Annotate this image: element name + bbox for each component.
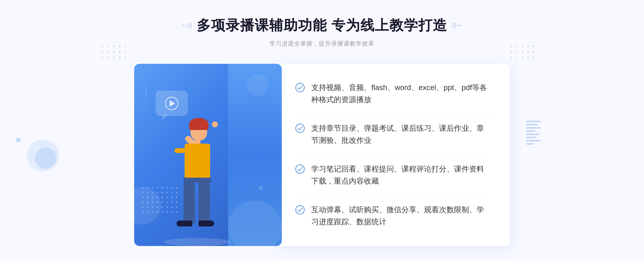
- dots-decoration-right: [511, 46, 537, 60]
- feature-text-3: 学习笔记回看、课程提问、课程评论打分、课件资料下载，重点内容收藏: [311, 163, 491, 187]
- illustration-area: «: [134, 64, 274, 246]
- svg-point-3: [296, 206, 304, 214]
- content-panel: 支持视频、音频、flash、word、excel、ppt、pdf等各种格式的资源…: [274, 64, 510, 246]
- check-icon-2: [295, 124, 305, 133]
- check-icon-3: [295, 164, 305, 174]
- feature-text-2: 支持章节目录、弹题考试、课后练习、课后作业、章节测验、批改作业: [311, 122, 491, 147]
- feature-text-1: 支持视频、音频、flash、word、excel、ppt、pdf等各种格式的资源…: [311, 82, 491, 106]
- svg-point-2: [296, 165, 304, 173]
- page-wrapper: » 多项录播课辅助功能 专为线上教学打造 学习进度全掌握，提升录播课教学效果: [0, 0, 644, 261]
- svg-point-0: [296, 83, 304, 92]
- main-title: 多项录播课辅助功能 专为线上教学打造: [197, 16, 447, 35]
- feature-item-4: 互动弹幕、试听购买、微信分享、观看次数限制、学习进度跟踪、数据统计: [295, 202, 491, 230]
- title-decoration-right: [453, 23, 462, 28]
- title-row: 多项录播课辅助功能 专为线上教学打造: [182, 16, 462, 35]
- check-icon-4: [295, 205, 305, 215]
- stripe-decoration: [526, 121, 542, 153]
- divider-3: [295, 195, 491, 196]
- svg-point-1: [296, 124, 304, 133]
- dots-decoration-left: [102, 46, 128, 60]
- check-icon-1: [295, 83, 305, 92]
- arrow-left-decoration: »: [16, 134, 21, 145]
- feature-item-2: 支持章节目录、弹题考试、课后练习、课后作业、章节测验、批改作业: [295, 120, 491, 149]
- header-section: 多项录播课辅助功能 专为线上教学打造 学习进度全掌握，提升录播课教学效果: [182, 16, 462, 48]
- subtitle: 学习进度全掌握，提升录播课教学效果: [182, 40, 462, 48]
- main-content: «: [134, 64, 510, 246]
- title-decoration-left: [182, 23, 191, 28]
- illus-arrows: «: [258, 182, 263, 192]
- divider-2: [295, 155, 491, 155]
- feature-item-1: 支持视频、音频、flash、word、excel、ppt、pdf等各种格式的资源…: [295, 80, 491, 108]
- feature-text-4: 互动弹幕、试听购买、微信分享、观看次数限制、学习进度跟踪、数据统计: [311, 204, 491, 228]
- play-triangle: [170, 100, 175, 107]
- divider-1: [295, 114, 491, 114]
- person-figure: [148, 107, 241, 246]
- feature-item-3: 学习笔记回看、课程提问、课程评论打分、课件资料下载，重点内容收藏: [295, 161, 491, 189]
- light-rays: [145, 85, 147, 111]
- deco-circle-small: [247, 74, 268, 96]
